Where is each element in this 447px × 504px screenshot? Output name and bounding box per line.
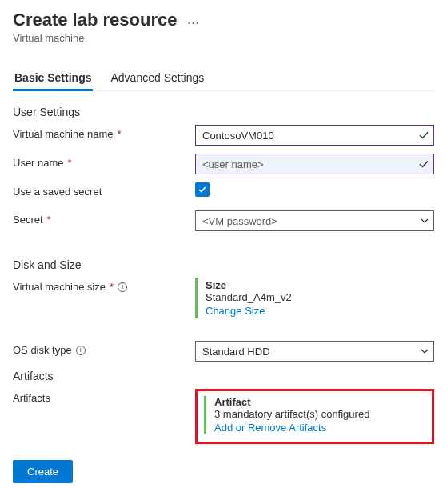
required-icon: * <box>118 128 122 140</box>
required-icon: * <box>68 157 72 169</box>
saved-secret-checkbox[interactable] <box>195 182 210 197</box>
page-title: Create lab resource <box>13 10 177 30</box>
create-button[interactable]: Create <box>13 460 73 483</box>
page-subtitle: Virtual machine <box>13 32 434 44</box>
more-icon[interactable]: … <box>186 13 200 27</box>
saved-secret-label: Use a saved secret <box>13 186 102 198</box>
user-name-label: User name <box>13 157 64 169</box>
section-disk-size: Disk and Size <box>13 258 434 271</box>
tabs: Basic Settings Advanced Settings <box>13 66 434 91</box>
artifacts-highlight-box: Artifact 3 mandatory artifact(s) configu… <box>195 389 434 444</box>
required-icon: * <box>110 281 114 293</box>
section-user-settings: User Settings <box>13 106 434 118</box>
tab-basic-settings[interactable]: Basic Settings <box>13 66 93 90</box>
add-remove-artifacts-link[interactable]: Add or Remove Artifacts <box>214 422 425 434</box>
user-name-input[interactable] <box>195 154 434 174</box>
artifacts-heading: Artifact <box>214 396 425 408</box>
vm-size-label: Virtual machine size <box>13 281 106 293</box>
os-disk-select[interactable] <box>195 341 434 362</box>
artifacts-value: 3 mandatory artifact(s) configured <box>214 408 425 420</box>
vm-size-block: Size Standard_A4m_v2 Change Size <box>195 278 434 318</box>
change-size-link[interactable]: Change Size <box>206 305 434 317</box>
vm-size-heading: Size <box>206 279 434 291</box>
secret-label: Secret <box>13 214 43 226</box>
info-icon[interactable]: i <box>118 282 127 292</box>
secret-input[interactable] <box>195 210 434 231</box>
vm-name-input[interactable] <box>195 125 434 146</box>
vm-size-value: Standard_A4m_v2 <box>206 291 434 303</box>
vm-name-label: Virtual machine name <box>13 128 114 140</box>
tab-advanced-settings[interactable]: Advanced Settings <box>109 66 206 90</box>
artifacts-label: Artifacts <box>13 392 50 404</box>
section-artifacts: Artifacts <box>13 370 434 382</box>
info-icon[interactable]: i <box>76 346 86 355</box>
required-icon: * <box>47 214 51 226</box>
os-disk-label: OS disk type <box>13 344 72 356</box>
